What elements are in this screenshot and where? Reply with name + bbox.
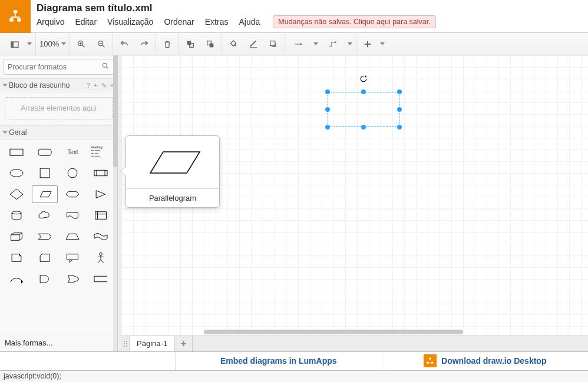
resize-handle-ne[interactable] bbox=[397, 89, 402, 94]
rotate-handle[interactable] bbox=[359, 74, 368, 84]
menu-editar[interactable]: Editar bbox=[75, 17, 97, 26]
footer-bar: Embed diagrams in LumApps Download draw.… bbox=[0, 351, 588, 370]
resize-handle-sw[interactable] bbox=[325, 125, 330, 129]
save-notice[interactable]: Mudanças não salvas. Clique aqui para sa… bbox=[273, 15, 435, 28]
page-tab-1[interactable]: Página-1 bbox=[130, 336, 175, 351]
svg-rect-4 bbox=[11, 42, 14, 47]
scratchpad-drop-area[interactable]: Arraste elementos aqui bbox=[5, 97, 113, 119]
shape-curve[interactable] bbox=[4, 270, 29, 288]
shape-textbox[interactable]: Heading━━━━━━━━━━━━━━ bbox=[88, 143, 114, 161]
edit-icon[interactable]: ✎ bbox=[101, 82, 107, 89]
search-input-wrap[interactable] bbox=[4, 59, 114, 75]
search-input[interactable] bbox=[8, 63, 101, 71]
shape-rectangle[interactable] bbox=[4, 143, 29, 161]
menu-extras[interactable]: Extras bbox=[205, 17, 229, 26]
shape-square[interactable] bbox=[32, 164, 58, 182]
tooltip-label: Parallelogram bbox=[126, 189, 219, 207]
shape-document[interactable] bbox=[60, 207, 86, 224]
shape-cube[interactable] bbox=[4, 228, 29, 245]
shape-rounded-rect[interactable] bbox=[32, 143, 58, 161]
more-shapes-button[interactable]: Mais formas... bbox=[0, 334, 117, 351]
shapes-palette: Text Heading━━━━━━━━━━━━━━ bbox=[0, 139, 117, 288]
zoom-in-button[interactable] bbox=[74, 36, 89, 52]
svg-line-6 bbox=[82, 45, 85, 47]
search-icon[interactable] bbox=[101, 62, 110, 72]
redo-button[interactable] bbox=[137, 36, 152, 52]
shape-actor[interactable] bbox=[88, 249, 114, 267]
menu-ordenar[interactable]: Ordenar bbox=[164, 17, 194, 26]
resize-handle-n[interactable] bbox=[361, 89, 366, 94]
document-title[interactable]: Diagrama sem título.xml bbox=[37, 0, 588, 15]
zoom-out-button[interactable] bbox=[94, 36, 109, 52]
add-icon[interactable]: + bbox=[94, 82, 97, 89]
shape-step[interactable] bbox=[32, 228, 58, 245]
connection-button[interactable] bbox=[289, 36, 309, 52]
shape-datastore[interactable] bbox=[88, 270, 114, 288]
menu-arquivo[interactable]: Arquivo bbox=[37, 17, 64, 26]
selection-rectangle[interactable] bbox=[328, 92, 399, 127]
shadow-button[interactable] bbox=[266, 36, 281, 52]
menubar: Arquivo Editar Visualização Ordenar Extr… bbox=[37, 15, 588, 28]
shape-note[interactable] bbox=[4, 249, 29, 267]
tooltip-preview bbox=[126, 136, 219, 189]
shape-trapezoid[interactable] bbox=[60, 228, 86, 245]
caret-down-icon[interactable] bbox=[313, 42, 318, 45]
resize-handle-e[interactable] bbox=[397, 107, 402, 112]
resize-handle-s[interactable] bbox=[361, 125, 366, 129]
shape-diamond[interactable] bbox=[4, 185, 29, 203]
shape-callout[interactable] bbox=[60, 249, 86, 267]
help-icon[interactable]: ? bbox=[87, 82, 90, 89]
tabs-drag-handle[interactable] bbox=[121, 336, 130, 351]
svg-point-31 bbox=[12, 211, 21, 214]
shape-triangle[interactable] bbox=[88, 185, 114, 203]
zoom-select[interactable]: 100% bbox=[39, 39, 66, 48]
panel-general-header[interactable]: Geral bbox=[0, 125, 117, 139]
shape-and[interactable] bbox=[32, 270, 58, 288]
shape-hexagon[interactable] bbox=[60, 185, 86, 203]
scrollbar-thumb[interactable] bbox=[113, 55, 117, 167]
menu-visualizacao[interactable]: Visualização bbox=[107, 17, 153, 26]
line-color-button[interactable] bbox=[246, 36, 261, 52]
shape-card[interactable] bbox=[32, 249, 58, 267]
resize-handle-w[interactable] bbox=[325, 107, 330, 112]
caret-down-icon[interactable] bbox=[348, 42, 352, 45]
shape-parallelogram[interactable] bbox=[32, 185, 58, 203]
status-text: javascript:void(0); bbox=[4, 372, 61, 380]
insert-button[interactable] bbox=[360, 36, 375, 52]
add-page-tab[interactable]: + bbox=[175, 336, 193, 351]
svg-rect-2 bbox=[17, 18, 21, 21]
svg-rect-49 bbox=[431, 362, 434, 364]
menu-ajuda[interactable]: Ajuda bbox=[239, 17, 260, 26]
app-logo[interactable] bbox=[0, 0, 31, 33]
footer-download-link[interactable]: Download draw.io Desktop bbox=[382, 352, 589, 370]
to-back-button[interactable] bbox=[203, 36, 218, 52]
caret-down-icon[interactable] bbox=[380, 42, 385, 45]
waypoint-button[interactable] bbox=[323, 36, 343, 52]
svg-line-39 bbox=[98, 260, 101, 263]
svg-rect-48 bbox=[427, 362, 430, 364]
delete-button[interactable] bbox=[160, 36, 175, 52]
shape-cylinder[interactable] bbox=[4, 207, 29, 224]
svg-line-22 bbox=[107, 67, 108, 69]
svg-rect-17 bbox=[270, 41, 275, 45]
shape-text[interactable]: Text bbox=[60, 143, 86, 161]
shape-circle[interactable] bbox=[60, 164, 86, 182]
panel-scratchpad-header[interactable]: Bloco de rascunho ? + ✎ × bbox=[0, 78, 117, 92]
shape-process[interactable] bbox=[88, 164, 114, 182]
shape-tape[interactable] bbox=[88, 228, 114, 245]
shape-cloud[interactable] bbox=[32, 207, 58, 224]
footer-embed-link[interactable]: Embed diagrams in LumApps bbox=[176, 352, 382, 370]
view-caret-icon[interactable] bbox=[27, 42, 32, 45]
shape-ellipse[interactable] bbox=[4, 164, 29, 182]
resize-handle-nw[interactable] bbox=[325, 89, 330, 94]
fill-color-button[interactable] bbox=[226, 36, 241, 52]
undo-button[interactable] bbox=[117, 36, 132, 52]
shape-internal-storage[interactable] bbox=[88, 207, 114, 224]
scrollbar-thumb[interactable] bbox=[204, 330, 463, 334]
resize-handle-se[interactable] bbox=[397, 125, 402, 129]
sidebar-scrollbar[interactable] bbox=[113, 55, 117, 351]
to-front-button[interactable] bbox=[183, 36, 198, 52]
shape-or[interactable] bbox=[60, 270, 86, 288]
canvas-h-scrollbar[interactable] bbox=[133, 330, 576, 336]
view-button[interactable] bbox=[7, 36, 22, 52]
